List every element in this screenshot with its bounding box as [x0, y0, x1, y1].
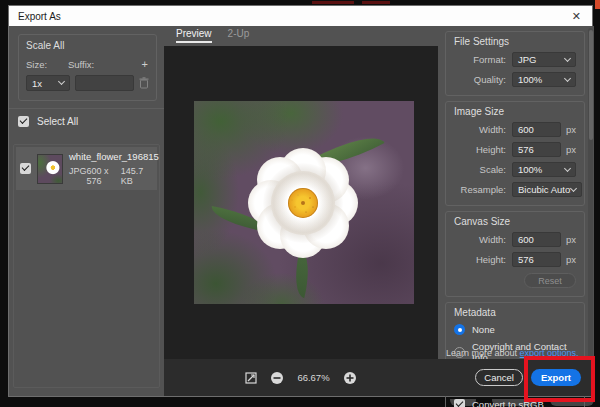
chevron-down-icon — [564, 74, 571, 81]
select-all-label: Select All — [37, 116, 78, 127]
dialog-titlebar: Export As ✕ — [9, 6, 592, 26]
scale-all-header: Scale All Size: Suffix: + 1x — [9, 34, 164, 109]
canvas-size-section: Canvas Size Width: 600 px Height: 576 p — [445, 211, 585, 297]
image-width-label: Width: — [454, 124, 506, 135]
metadata-none-option[interactable]: None — [454, 324, 576, 335]
file-row-selected[interactable]: white_flower_196815 JPG 600 x 576 145.7 … — [16, 147, 157, 190]
canvas-height-value: 576 — [518, 254, 534, 265]
file-size: 145.7 KB — [121, 166, 153, 186]
image-height-unit: px — [566, 144, 576, 155]
screenshot-root: Export As ✕ Scale All Size: Suffix: + — [0, 0, 600, 407]
scrollbar[interactable] — [588, 28, 593, 358]
left-panel: Scale All Size: Suffix: + 1x — [9, 26, 164, 396]
image-height-input[interactable]: 576 — [512, 142, 561, 157]
canvas-height-label: Height: — [454, 254, 506, 265]
scrollbar-thumb[interactable] — [589, 30, 593, 140]
quality-dropdown[interactable]: 100% — [512, 72, 576, 87]
zoom-controls: 66.67% — [164, 359, 438, 396]
canvas-size-title: Canvas Size — [454, 216, 576, 227]
format-label: Format: — [454, 54, 506, 65]
zoom-level: 66.67% — [297, 372, 329, 383]
scale-value: 100% — [518, 164, 542, 175]
chevron-down-icon — [564, 54, 571, 61]
file-thumbnail — [37, 154, 63, 184]
fit-screen-icon[interactable] — [245, 372, 257, 384]
scale-controls-row: 1x — [26, 75, 149, 91]
file-list: white_flower_196815 JPG 600 x 576 145.7 … — [13, 144, 160, 388]
chevron-down-icon — [564, 164, 571, 171]
suffix-label: Suffix: — [68, 59, 142, 70]
scale-labels-row: Size: Suffix: + — [26, 58, 149, 70]
file-settings-section: File Settings Format: JPG Quality: 100% — [445, 31, 585, 96]
close-icon[interactable]: ✕ — [561, 10, 592, 23]
quality-value: 100% — [518, 74, 542, 85]
file-settings-title: File Settings — [454, 36, 576, 47]
tab-2up[interactable]: 2-Up — [228, 28, 250, 43]
learn-more-text: Learn more about — [446, 348, 517, 358]
select-all-row[interactable]: Select All — [9, 109, 164, 133]
file-name: white_flower_196815 — [69, 151, 153, 162]
canvas-width-label: Width: — [454, 234, 506, 245]
size-label: Size: — [26, 59, 68, 70]
flower-shape — [249, 149, 357, 257]
chevron-down-icon — [570, 184, 577, 191]
flower-center — [288, 188, 318, 218]
preview-image — [194, 101, 414, 304]
file-format: JPG — [69, 166, 87, 186]
resample-label: Resample: — [454, 184, 506, 195]
convert-srgb-checkbox[interactable] — [454, 399, 465, 407]
metadata-none-label: None — [472, 324, 495, 335]
size-dropdown-value: 1x — [32, 78, 42, 89]
image-width-unit: px — [566, 124, 576, 135]
file-checkbox[interactable] — [20, 163, 31, 174]
background-corner-mark — [595, 0, 600, 9]
canvas-width-value: 600 — [518, 234, 534, 245]
preview-tabbar: Preview 2-Up — [164, 26, 438, 46]
reset-button[interactable]: Reset — [524, 273, 576, 288]
format-value: JPG — [518, 54, 536, 65]
scale-all-title: Scale All — [26, 40, 149, 51]
dialog-body: Scale All Size: Suffix: + 1x — [9, 26, 592, 396]
metadata-title: Metadata — [454, 307, 576, 318]
chevron-down-icon — [58, 78, 65, 85]
annotation-highlight-box — [524, 356, 595, 402]
zoom-out-icon[interactable] — [270, 371, 284, 385]
background-app-strip — [312, 1, 354, 4]
canvas-width-input[interactable]: 600 — [512, 232, 561, 247]
add-scale-icon[interactable]: + — [142, 58, 149, 70]
image-size-section: Image Size Width: 600 px Height: 576 px — [445, 101, 585, 206]
preview-canvas[interactable] — [164, 46, 438, 359]
quality-label: Quality: — [454, 74, 506, 85]
canvas-height-unit: px — [566, 254, 576, 265]
scale-all-section: Scale All Size: Suffix: + 1x — [18, 34, 157, 101]
preview-column: Preview 2-Up — [164, 26, 438, 359]
image-size-title: Image Size — [454, 106, 576, 117]
image-width-value: 600 — [518, 124, 534, 135]
size-dropdown[interactable]: 1x — [26, 75, 70, 91]
export-as-dialog: Export As ✕ Scale All Size: Suffix: + — [8, 5, 593, 397]
background-app-strip — [362, 1, 390, 4]
image-height-label: Height: — [454, 144, 506, 155]
delete-scale-icon[interactable] — [139, 77, 149, 89]
scale-label: Scale: — [454, 164, 506, 175]
scale-dropdown[interactable]: 100% — [512, 162, 576, 177]
select-all-checkbox[interactable] — [18, 116, 29, 127]
suffix-input[interactable] — [75, 75, 134, 91]
format-dropdown[interactable]: JPG — [512, 52, 576, 67]
image-width-input[interactable]: 600 — [512, 122, 561, 137]
file-dimensions: 600 x 576 — [87, 166, 121, 186]
file-meta: JPG 600 x 576 145.7 KB — [69, 166, 153, 186]
canvas-height-input[interactable]: 576 — [512, 252, 561, 267]
image-height-value: 576 — [518, 144, 534, 155]
zoom-in-icon[interactable] — [343, 371, 357, 385]
resample-value: Bicubic Auto... — [518, 184, 571, 195]
file-info: white_flower_196815 JPG 600 x 576 145.7 … — [69, 151, 153, 186]
radio-none[interactable] — [454, 324, 465, 335]
tab-preview[interactable]: Preview — [176, 28, 212, 43]
cancel-button[interactable]: Cancel — [475, 369, 523, 386]
settings-panel: File Settings Format: JPG Quality: 100% — [438, 26, 594, 361]
dialog-title: Export As — [9, 11, 61, 22]
canvas-width-unit: px — [566, 234, 576, 245]
resample-dropdown[interactable]: Bicubic Auto... — [512, 182, 582, 197]
